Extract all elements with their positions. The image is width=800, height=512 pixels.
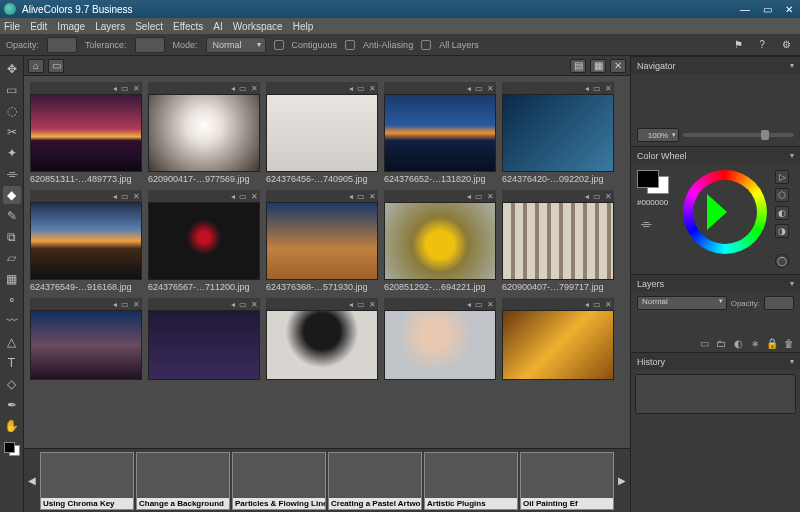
thumbnail-item[interactable]: ◂▭✕620851311-…489773.jpg	[30, 82, 142, 186]
thumbnail-item[interactable]: ◂▭✕624376456-…740905.jpg	[266, 82, 378, 186]
thumbnail-image[interactable]	[266, 202, 378, 280]
tool-hand[interactable]: ✋	[3, 417, 21, 435]
thumb-ctl-icon[interactable]: ◂	[231, 84, 235, 93]
thumb-ctl-icon[interactable]: ▭	[593, 84, 601, 93]
zoom-slider[interactable]	[683, 133, 794, 137]
minimize-button[interactable]: —	[738, 4, 752, 14]
thumb-ctl-icon[interactable]: ✕	[369, 192, 376, 201]
thumb-ctl-icon[interactable]: ✕	[133, 84, 140, 93]
alllayers-checkbox[interactable]	[421, 40, 431, 50]
tool-text[interactable]: T	[3, 354, 21, 372]
history-panel-header[interactable]: History	[631, 352, 800, 370]
thumbnail-image[interactable]	[148, 310, 260, 380]
tool-blur[interactable]: ∘	[3, 291, 21, 309]
thumb-ctl-icon[interactable]: ▭	[357, 84, 365, 93]
thumbnail-item[interactable]: ◂▭✕620900407-…799717.jpg	[502, 190, 614, 294]
thumbnail-item[interactable]: ◂▭✕624376420-…092202.jpg	[502, 82, 614, 186]
tutorial-item[interactable]: Change a Background	[136, 452, 230, 510]
layer-fx-icon[interactable]: ∗	[748, 336, 762, 350]
opacity-field[interactable]	[47, 37, 77, 53]
thumbnail-item[interactable]: ◂▭✕624376549-…916168.jpg	[30, 190, 142, 294]
view-grid-icon[interactable]: ▦	[590, 59, 606, 73]
tool-shape[interactable]: ◇	[3, 375, 21, 393]
thumbnail-image[interactable]	[384, 94, 496, 172]
thumb-ctl-icon[interactable]: ▭	[121, 300, 129, 309]
thumb-ctl-icon[interactable]: ◂	[113, 84, 117, 93]
contiguous-checkbox[interactable]	[274, 40, 284, 50]
tool-wand[interactable]: ✦	[3, 144, 21, 162]
thumb-ctl-icon[interactable]: ✕	[251, 300, 258, 309]
menu-select[interactable]: Select	[135, 21, 163, 32]
notification-icon[interactable]: ⚑	[730, 37, 746, 53]
thumbnail-image[interactable]	[30, 202, 142, 280]
tool-sharpen[interactable]: △	[3, 333, 21, 351]
colorwheel-mode1-icon[interactable]: ▷	[775, 170, 789, 184]
thumb-ctl-icon[interactable]: ✕	[133, 192, 140, 201]
help-icon[interactable]: ?	[754, 37, 770, 53]
thumb-ctl-icon[interactable]: ▭	[593, 192, 601, 201]
colorwheel-mode2-icon[interactable]: ⬡	[775, 188, 789, 202]
layer-delete-icon[interactable]: 🗑	[782, 336, 796, 350]
tool-crop[interactable]: ✂	[3, 123, 21, 141]
thumb-ctl-icon[interactable]: ▭	[475, 300, 483, 309]
thumbnail-item[interactable]: ◂▭✕620851292-…694221.jpg	[384, 190, 496, 294]
zoom-field[interactable]: 100%	[637, 128, 679, 142]
panel-close-icon[interactable]: ✕	[610, 59, 626, 73]
thumbnail-item[interactable]: ◂▭✕	[384, 298, 496, 380]
thumb-ctl-icon[interactable]: ◂	[113, 300, 117, 309]
tutorial-item[interactable]: Particles & Flowing Lines	[232, 452, 326, 510]
thumb-ctl-icon[interactable]: ◂	[113, 192, 117, 201]
layer-folder-icon[interactable]: 🗀	[714, 336, 728, 350]
tool-gradient[interactable]: ▦	[3, 270, 21, 288]
menu-file[interactable]: File	[4, 21, 20, 32]
colorwheel-reset-icon[interactable]: ◯	[775, 254, 789, 268]
maximize-button[interactable]: ▭	[760, 4, 774, 14]
thumbnail-item[interactable]: ◂▭✕620900417-…977569.jpg	[148, 82, 260, 186]
thumbnail-image[interactable]	[502, 202, 614, 280]
tool-eyedrop[interactable]: ⌯	[3, 165, 21, 183]
tolerance-field[interactable]	[135, 37, 165, 53]
colorwheel-panel-header[interactable]: Color Wheel	[631, 146, 800, 164]
color-wheel[interactable]	[683, 170, 767, 254]
layers-panel-header[interactable]: Layers	[631, 274, 800, 292]
thumb-ctl-icon[interactable]: ✕	[369, 300, 376, 309]
view-mode-icon[interactable]: ▤	[570, 59, 586, 73]
menu-image[interactable]: Image	[57, 21, 85, 32]
thumb-ctl-icon[interactable]: ✕	[605, 192, 612, 201]
thumb-ctl-icon[interactable]: ◂	[467, 192, 471, 201]
thumb-ctl-icon[interactable]: ◂	[585, 300, 589, 309]
tutorials-next-icon[interactable]: ▶	[616, 475, 628, 486]
tool-move[interactable]: ✥	[3, 60, 21, 78]
tutorial-item[interactable]: Oil Painting Ef	[520, 452, 614, 510]
tutorial-item[interactable]: Artistic Plugins	[424, 452, 518, 510]
thumb-ctl-icon[interactable]: ▭	[475, 192, 483, 201]
thumb-ctl-icon[interactable]: ◂	[585, 192, 589, 201]
thumb-ctl-icon[interactable]: ▭	[239, 84, 247, 93]
settings-icon[interactable]: ⚙	[778, 37, 794, 53]
tool-brush[interactable]: ✎	[3, 207, 21, 225]
thumb-ctl-icon[interactable]: ✕	[369, 84, 376, 93]
menu-edit[interactable]: Edit	[30, 21, 47, 32]
layers-opacity-field[interactable]	[764, 296, 794, 310]
mode-select[interactable]: Normal	[206, 37, 266, 53]
thumbnail-image[interactable]	[384, 202, 496, 280]
thumbnail-item[interactable]: ◂▭✕	[148, 298, 260, 380]
thumb-ctl-icon[interactable]: ✕	[605, 84, 612, 93]
thumb-ctl-icon[interactable]: ◂	[585, 84, 589, 93]
thumb-ctl-icon[interactable]: ▭	[593, 300, 601, 309]
thumbnail-image[interactable]	[502, 94, 614, 172]
thumb-ctl-icon[interactable]: ✕	[251, 84, 258, 93]
history-list[interactable]	[635, 374, 796, 414]
tool-lasso[interactable]: ◌	[3, 102, 21, 120]
colorwheel-swatch[interactable]	[637, 170, 669, 194]
layer-mask-icon[interactable]: ◐	[731, 336, 745, 350]
antialias-checkbox[interactable]	[345, 40, 355, 50]
thumb-ctl-icon[interactable]: ◂	[231, 192, 235, 201]
tool-eraser[interactable]: ▱	[3, 249, 21, 267]
tool-select-rect[interactable]: ▭	[3, 81, 21, 99]
tool-pen[interactable]: ✒	[3, 396, 21, 414]
thumb-ctl-icon[interactable]: ◂	[467, 300, 471, 309]
colorwheel-mode3-icon[interactable]: ◐	[775, 206, 789, 220]
menu-ai[interactable]: AI	[213, 21, 222, 32]
thumb-ctl-icon[interactable]: ▭	[121, 192, 129, 201]
